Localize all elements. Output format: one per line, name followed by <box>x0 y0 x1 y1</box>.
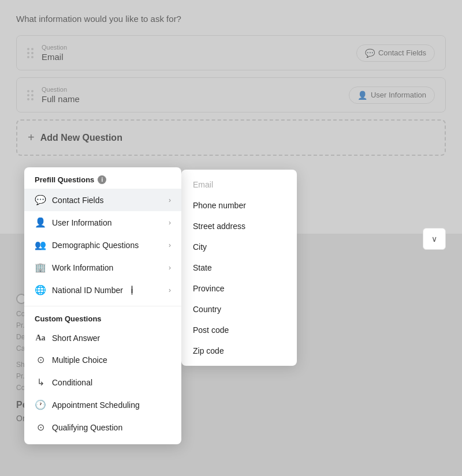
menu-item-demographic[interactable]: 👥 Demographic Questions › <box>24 234 181 256</box>
menu-item-label-qual: Qualifying Question <box>52 423 122 432</box>
submenu-item-country[interactable]: Country <box>181 299 297 320</box>
menu-item-left-work: 🏢 Work Information <box>35 262 113 273</box>
menu-item-label-contact: Contact Fields <box>52 196 103 205</box>
contact-fields-submenu: Email Phone number Street address City S… <box>181 170 297 366</box>
menu-item-label-demo: Demographic Questions <box>52 241 139 250</box>
menu-item-appointment[interactable]: 🕐 Appointment Scheduling <box>24 393 181 416</box>
menu-item-national-id[interactable]: 🌐 National ID Number i › <box>24 279 181 301</box>
menu-item-label-appt: Appointment Scheduling <box>52 400 140 410</box>
submenu-item-city[interactable]: City <box>181 237 297 257</box>
menu-item-contact-fields[interactable]: 💬 Contact Fields › <box>24 189 181 211</box>
prefill-menu: Prefill Questions i 💬 Contact Fields › 👤… <box>24 167 181 444</box>
submenu-item-postcode[interactable]: Post code <box>181 320 297 340</box>
radio-circle-icon: ⊙ <box>35 354 46 365</box>
menu-item-qualifying[interactable]: ⊙ Qualifying Question <box>24 416 181 438</box>
briefcase-icon: 🏢 <box>35 262 46 273</box>
menu-item-multiple-choice[interactable]: ⊙ Multiple Choice <box>24 348 181 371</box>
menu-item-label-multi: Multiple Choice <box>52 355 107 365</box>
user-circle-icon: 👤 <box>35 217 46 228</box>
submenu-item-email: Email <box>181 174 297 195</box>
menu-item-label-short: Short Answer <box>52 333 100 343</box>
menu-item-left-national: 🌐 National ID Number i <box>35 284 133 295</box>
dropdown-container: Prefill Questions i 💬 Contact Fields › 👤… <box>24 167 297 444</box>
arrow-icon-contact: › <box>169 196 171 204</box>
prefill-info-icon[interactable]: i <box>98 175 106 184</box>
submenu-item-province[interactable]: Province <box>181 278 297 299</box>
dropdown-select-button[interactable]: ∨ <box>423 228 446 250</box>
qualifying-icon: ⊙ <box>35 422 46 433</box>
menu-item-label-national: National ID Number <box>52 286 123 295</box>
page-background: What information would you like to ask f… <box>0 0 462 476</box>
menu-item-left-multi: ⊙ Multiple Choice <box>35 354 107 365</box>
menu-item-conditional[interactable]: ↳ Conditional <box>24 371 181 393</box>
menu-item-left-short: Aa Short Answer <box>35 333 100 343</box>
users-icon: 👥 <box>35 239 46 250</box>
menu-item-left-user: 👤 User Information <box>35 217 111 228</box>
submenu-item-zipcode[interactable]: Zip code <box>181 340 297 361</box>
menu-item-left-cond: ↳ Conditional <box>35 377 92 388</box>
menu-item-left-appt: 🕐 Appointment Scheduling <box>35 399 140 410</box>
menu-item-left-demo: 👥 Demographic Questions <box>35 239 139 250</box>
submenu-item-phone[interactable]: Phone number <box>181 195 297 216</box>
menu-item-label-work: Work Information <box>52 263 113 272</box>
arrow-icon-user: › <box>169 219 171 227</box>
chat-bubble-icon: 💬 <box>35 194 46 205</box>
prefill-section-title: Prefill Questions i <box>24 175 181 189</box>
submenu-item-street[interactable]: Street address <box>181 216 297 237</box>
chevron-down-icon: ∨ <box>431 234 437 243</box>
menu-item-short-answer[interactable]: Aa Short Answer <box>24 328 181 348</box>
arrow-icon-work: › <box>169 264 171 272</box>
clock-icon: 🕐 <box>35 399 46 410</box>
menu-item-left-contact: 💬 Contact Fields <box>35 194 103 205</box>
menu-item-label-user: User Information <box>52 218 111 227</box>
submenu-item-state[interactable]: State <box>181 257 297 278</box>
globe-icon: 🌐 <box>35 284 46 295</box>
arrow-icon-national: › <box>169 286 171 294</box>
custom-section-title: Custom Questions <box>24 311 181 328</box>
menu-item-user-info[interactable]: 👤 User Information › <box>24 211 181 234</box>
menu-item-left-qual: ⊙ Qualifying Question <box>35 422 122 433</box>
national-info-icon[interactable]: i <box>131 286 133 295</box>
menu-item-label-cond: Conditional <box>52 378 92 387</box>
conditional-icon: ↳ <box>35 377 46 388</box>
text-icon: Aa <box>35 333 46 343</box>
menu-item-work[interactable]: 🏢 Work Information › <box>24 256 181 279</box>
menu-divider <box>24 306 181 306</box>
arrow-icon-demo: › <box>169 241 171 249</box>
